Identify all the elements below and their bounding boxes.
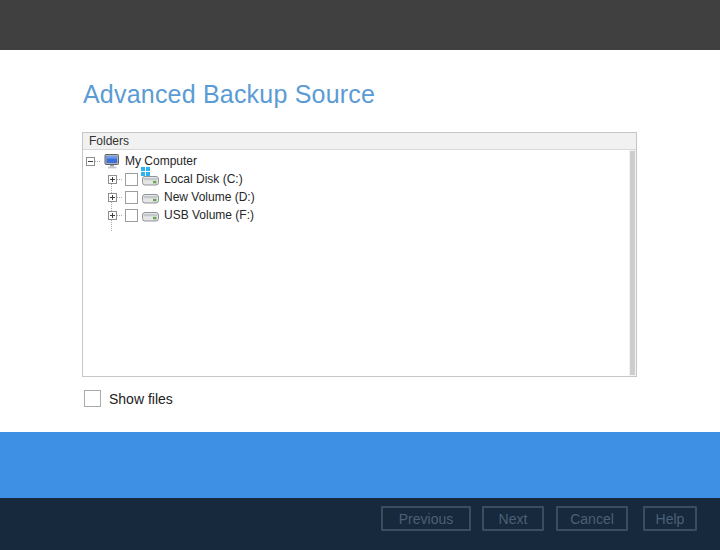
show-files-label: Show files [109,391,173,407]
tree-label-my-computer[interactable]: My Computer [125,154,197,168]
show-files-checkbox[interactable] [84,390,101,407]
tree-connector [117,197,122,198]
drive-icon [142,209,159,222]
minus-box-icon[interactable] [86,157,95,166]
tree-connector [117,179,122,180]
windows-logo-icon [141,167,150,176]
tree-label-usb-volume-f[interactable]: USB Volume (F:) [164,208,254,222]
tree-label-local-disk-c[interactable]: Local Disk (C:) [164,172,243,186]
previous-button: Previous [381,506,471,531]
next-button: Next [482,506,544,531]
folder-tree: My Computer Local Disk (C:) [83,150,636,224]
local-disk-drive-icon [142,173,159,186]
folders-panel: Folders My Computer [82,132,637,377]
show-files-option[interactable]: Show files [84,390,173,407]
drive-icon [142,191,159,204]
tree-row-my-computer[interactable]: My Computer [83,152,636,170]
tree-connector [117,215,122,216]
plus-box-icon[interactable] [108,211,117,220]
plus-box-icon[interactable] [108,175,117,184]
new-volume-d-checkbox[interactable] [125,191,138,204]
top-bar [0,0,720,50]
scrollbar-thumb[interactable] [630,151,635,375]
vertical-scrollbar[interactable] [629,150,636,376]
page-title: Advanced Backup Source [83,80,375,109]
tree-row-local-disk-c[interactable]: Local Disk (C:) [83,170,636,188]
usb-volume-f-checkbox[interactable] [125,209,138,222]
computer-icon [104,154,120,169]
local-disk-c-checkbox[interactable] [125,173,138,186]
dialog-footer-bar: Add network address OK Cancel Help [0,432,720,498]
tree-connector-line [111,182,112,231]
wizard-help-button: Help [643,506,697,531]
wizard-footer-bar: Previous Next Cancel Help [0,498,720,550]
folders-panel-header: Folders [83,133,636,150]
tree-row-usb-volume-f[interactable]: USB Volume (F:) [83,206,636,224]
plus-box-icon[interactable] [108,193,117,202]
tree-label-new-volume-d[interactable]: New Volume (D:) [164,190,255,204]
tree-connector [95,161,100,162]
tree-row-new-volume-d[interactable]: New Volume (D:) [83,188,636,206]
wizard-cancel-button: Cancel [556,506,628,531]
